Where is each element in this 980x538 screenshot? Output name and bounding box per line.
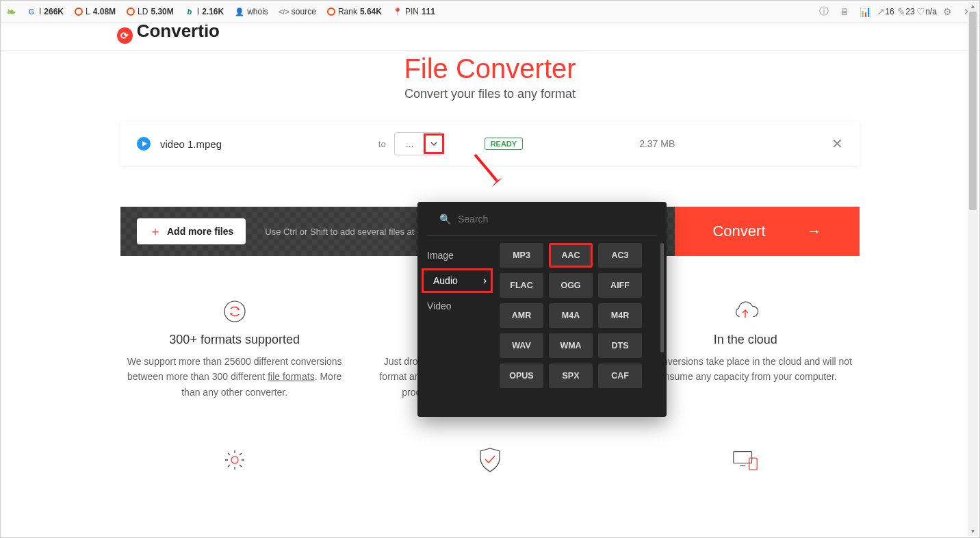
format-dropdown: 🔍 Image Audio Video MP3AACAC3FLACOGGAIFF… [417,202,667,417]
code-icon: </> [279,7,289,16]
chevron-down-icon [430,142,437,146]
shield-icon [476,446,504,474]
clip-icon[interactable]: ✎ 23 [900,5,912,18]
format-selector[interactable]: ... [394,132,443,155]
scroll-down-icon[interactable]: ▾ [968,527,977,536]
google-icon: G [27,7,36,16]
format-caf[interactable]: CAF [598,363,642,388]
tb-google[interactable]: GI266K [27,7,64,16]
page-scrollbar[interactable]: ▴ ▾ [968,2,978,536]
format-current: ... [395,138,425,149]
svg-rect-3 [749,458,757,470]
format-search-input[interactable] [458,214,645,225]
tb-rank[interactable]: Rank5.64K [327,7,382,16]
format-amr[interactable]: AMR [500,303,543,328]
format-dts[interactable]: DTS [598,333,642,358]
video-file-icon [137,137,151,151]
feature-title: 300+ formats supported [120,333,348,347]
format-m4r[interactable]: M4R [598,303,642,328]
scroll-up-icon[interactable]: ▴ [968,2,977,11]
multiselect-hint: Use Ctrl or Shift to add several files a… [265,227,436,237]
logo-icon: ⟳ [117,27,133,44]
tb-linkdomains[interactable]: LD5.30M [127,7,174,16]
tb-bing[interactable]: bI2.16K [185,7,224,16]
format-caret[interactable] [424,133,444,154]
tb-whois[interactable]: 👤whois [235,7,268,16]
format-aac[interactable]: AAC [549,243,593,268]
ring-icon [127,8,135,16]
plus-icon: ＋ [149,223,162,240]
svg-point-0 [224,301,245,322]
feature-text: We support more than 25600 different con… [120,354,348,400]
bing-icon: b [185,7,194,16]
format-flac[interactable]: FLAC [500,273,543,298]
search-icon: 🔍 [439,214,451,225]
category-audio[interactable]: Audio [422,268,493,293]
cloud-upload-icon [731,297,760,326]
format-search: 🔍 [427,202,657,236]
tb-pinterest[interactable]: 📍PIN111 [393,7,435,16]
category-video[interactable]: Video [417,294,497,318]
format-grid: MP3AACAC3FLACOGGAIFFAMRM4AM4RWAVWMADTSOP… [497,236,667,407]
format-spx[interactable]: SPX [549,363,593,388]
ring-icon [75,8,83,16]
pinterest-icon: 📍 [393,7,402,16]
dropdown-scrollbar[interactable] [660,243,664,353]
add-more-files-button[interactable]: ＋ Add more files [137,218,246,244]
scroll-thumb[interactable] [969,12,977,210]
devices-icon [731,446,760,474]
feature-formats: 300+ formats supported We support more t… [120,297,348,415]
site-logo[interactable]: ⟳Convertio [117,25,220,49]
file-formats-link[interactable]: file formats [268,371,314,382]
format-ac3[interactable]: AC3 [598,243,642,268]
chart-icon[interactable]: 📊 [859,5,871,18]
features-row-2 [120,446,860,474]
gear-icon [220,446,249,474]
arrow-right-icon: → [807,222,822,240]
format-ogg[interactable]: OGG [549,273,593,298]
file-name: video 1.mpeg [160,138,222,150]
gear-icon[interactable]: ⚙ [941,5,953,18]
to-label: to [378,139,386,149]
format-wav[interactable]: WAV [500,333,543,358]
format-categories: Image Audio Video [417,236,497,407]
heart-icon[interactable]: ♡ n/a [920,5,933,18]
format-aiff[interactable]: AIFF [598,273,642,298]
ring-icon [327,8,335,16]
file-size: 2.37 MB [639,138,675,149]
tb-source[interactable]: </>source [279,7,316,16]
user-icon: 👤 [235,7,244,16]
format-wma[interactable]: WMA [549,333,593,358]
tb-links[interactable]: L4.08M [75,7,116,16]
svg-point-1 [231,457,238,463]
format-mp3[interactable]: MP3 [500,243,543,268]
format-m4a[interactable]: M4A [549,303,593,328]
status-badge: READY [485,138,524,150]
leaf-icon: ❧ [6,7,16,16]
site-header: ⟳Convertio [1,23,979,51]
tb-leaf: ❧ [6,7,16,16]
info-icon[interactable]: ⓘ [818,5,830,18]
page-title: File Converter [1,53,979,84]
remove-file-button[interactable]: ✕ [831,136,843,152]
extension-toolbar: ❧ GI266K L4.08M LD5.30M bI2.16K 👤whois <… [1,1,979,23]
format-opus[interactable]: OPUS [500,363,543,388]
file-row: video 1.mpeg to ... READY 2.37 MB ✕ [120,122,860,166]
category-image[interactable]: Image [417,243,497,268]
refresh-icon [220,297,249,326]
monitor-icon[interactable]: 🖥 [838,5,851,18]
convert-button[interactable]: Convert → [675,207,860,256]
page-subtitle: Convert your files to any format [1,87,979,101]
external-icon[interactable]: ↗ 16 [879,5,892,18]
